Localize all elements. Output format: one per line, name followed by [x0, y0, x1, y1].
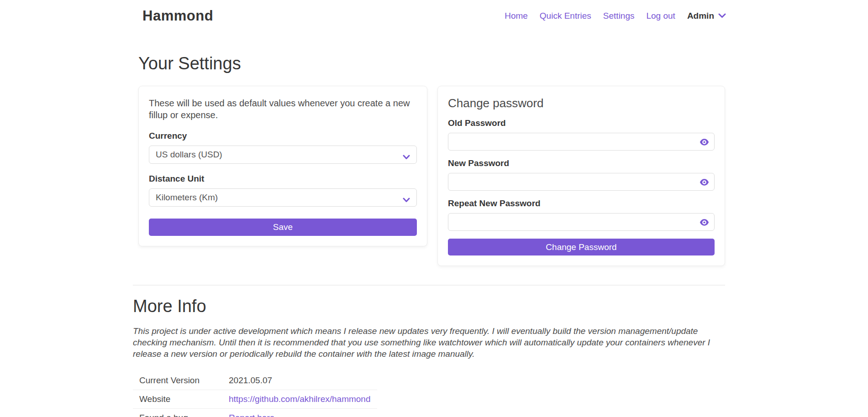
settings-cards-row: These will be used as default values whe… [138, 86, 725, 266]
repeat-password-field-wrap [448, 213, 715, 231]
report-bug-link[interactable]: Report here [229, 413, 274, 417]
distance-unit-label: Distance Unit [149, 173, 417, 184]
development-note: This project is under active development… [133, 325, 725, 360]
user-menu-label: Admin [687, 11, 714, 21]
chevron-down-icon [718, 12, 726, 20]
new-password-input[interactable] [448, 173, 715, 191]
new-password-label: New Password [448, 158, 715, 168]
user-menu[interactable]: Admin [681, 11, 726, 21]
new-password-field-wrap [448, 173, 715, 191]
nav-item-home[interactable]: Home [499, 11, 534, 21]
table-row: Website https://github.com/akhilrex/hamm… [133, 390, 377, 409]
eye-icon[interactable] [699, 177, 709, 187]
table-row: Found a bug Report here [133, 409, 377, 417]
info-table: Current Version 2021.05.07 Website https… [133, 371, 377, 417]
distance-unit-select[interactable]: Kilometers (Km) [149, 188, 417, 207]
nav-item-logout[interactable]: Log out [640, 11, 681, 21]
repeat-password-label: Repeat New Password [448, 198, 715, 208]
nav-item-quick-entries[interactable]: Quick Entries [534, 11, 597, 21]
old-password-field-wrap [448, 133, 715, 151]
chevron-down-icon [403, 195, 410, 205]
currency-selected-value: US dollars (USD) [156, 150, 222, 160]
change-password-button[interactable]: Change Password [448, 239, 715, 255]
eye-icon[interactable] [699, 137, 709, 147]
old-password-input[interactable] [448, 133, 715, 151]
info-row-label: Website [133, 390, 222, 409]
eye-icon[interactable] [699, 217, 709, 227]
nav-links: Home Quick Entries Settings Log out Admi… [499, 11, 726, 21]
info-row-label: Found a bug [133, 409, 222, 417]
more-info-title: More Info [133, 297, 725, 316]
section-divider [133, 285, 725, 286]
currency-label: Currency [149, 130, 417, 141]
current-version-value: 2021.05.07 [222, 371, 377, 390]
nav-item-settings[interactable]: Settings [597, 11, 641, 21]
defaults-card: These will be used as default values whe… [138, 86, 427, 246]
distance-unit-selected-value: Kilometers (Km) [156, 193, 218, 203]
save-button[interactable]: Save [149, 219, 417, 236]
table-row: Current Version 2021.05.07 [133, 371, 377, 390]
page-title: Your Settings [138, 54, 725, 73]
defaults-description: These will be used as default values whe… [149, 97, 417, 121]
brand-logo[interactable]: Hammond [142, 8, 213, 24]
currency-select[interactable]: US dollars (USD) [149, 146, 417, 164]
website-link[interactable]: https://github.com/akhilrex/hammond [229, 394, 371, 404]
change-password-title: Change password [448, 96, 715, 110]
change-password-card: Change password Old Password New Passwor… [437, 86, 725, 266]
repeat-password-input[interactable] [448, 213, 715, 231]
main-content: Your Settings These will be used as defa… [133, 54, 725, 417]
chevron-down-icon [403, 152, 410, 162]
old-password-label: Old Password [448, 118, 715, 128]
info-row-label: Current Version [133, 371, 222, 390]
navbar: Hammond Home Quick Entries Settings Log … [0, 0, 868, 32]
